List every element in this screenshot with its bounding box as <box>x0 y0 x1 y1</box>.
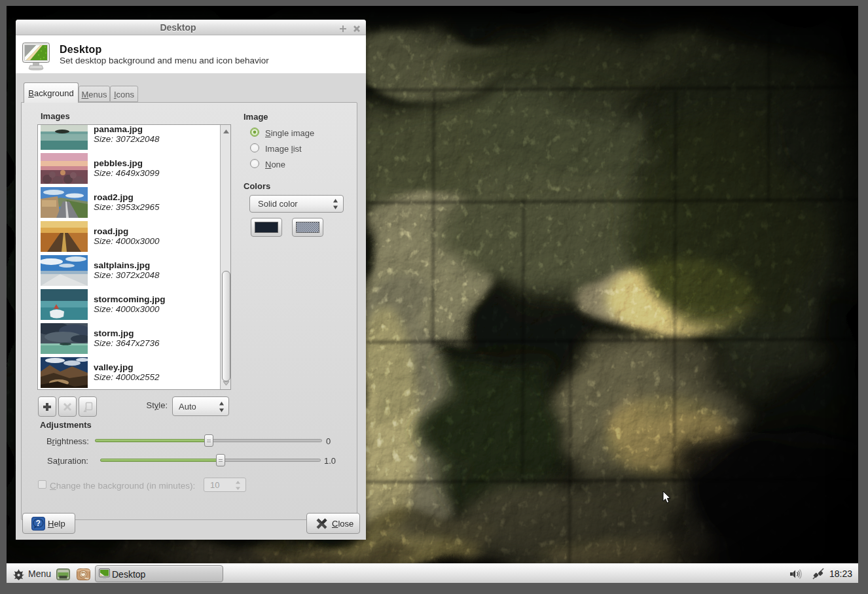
svg-text:?: ? <box>36 519 41 528</box>
